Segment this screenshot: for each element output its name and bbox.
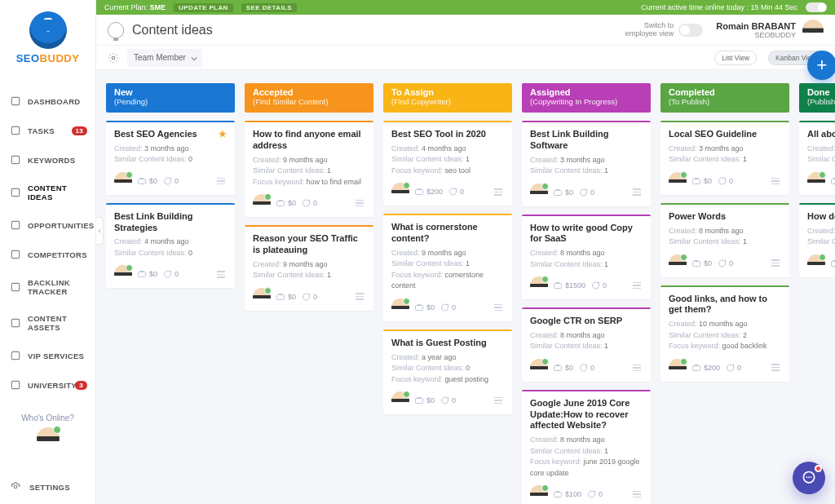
page-title: Content ideas <box>132 23 213 38</box>
logo[interactable]: SEOBUDDY <box>0 0 95 71</box>
card[interactable]: Best Link Building StrategiesCreated: 4 … <box>106 203 235 289</box>
card-avatar[interactable] <box>669 359 687 377</box>
sidebar-item-vip-services[interactable]: VIP SERVICES <box>3 342 92 369</box>
card[interactable]: All about "SponsorcCreated: 8Similar Con… <box>799 121 835 195</box>
sidebar-item-settings[interactable]: SETTINGS <box>0 470 95 504</box>
column-header[interactable]: Accepted(Find Similar Content) <box>245 83 373 113</box>
card-menu-icon[interactable] <box>354 291 365 302</box>
column-header[interactable]: To Assign(Find Copywriter) <box>383 83 512 113</box>
card-menu-icon[interactable] <box>770 362 781 373</box>
sidebar-item-university[interactable]: UNIVERSITY3 <box>3 371 92 399</box>
card-menu-icon[interactable] <box>215 176 227 187</box>
card-avatar[interactable] <box>391 391 409 409</box>
card[interactable]: What is Guest PostingCreated: a year ago… <box>383 329 512 414</box>
kanban-board[interactable]: ‹ New(Pending)Best SEO Agencies★Created:… <box>96 70 835 504</box>
gear-icon[interactable] <box>108 52 119 64</box>
card-menu-icon[interactable] <box>770 176 781 187</box>
card[interactable]: Local SEO GuidelineCreated: 3 months ago… <box>660 121 789 195</box>
card-price: $1500 <box>553 281 585 290</box>
card[interactable]: Best Link Building SoftwareCreated: 3 mo… <box>522 121 651 206</box>
sidebar-item-opportunities[interactable]: OPPORTUNITIES <box>3 211 92 239</box>
card-avatar[interactable] <box>530 359 548 377</box>
user-avatar[interactable] <box>802 20 824 41</box>
svg-point-30 <box>808 476 810 478</box>
card[interactable]: Google June 2019 Core Update:How to reco… <box>522 390 651 504</box>
trophy-icon <box>10 249 21 260</box>
user-block[interactable]: Romain BRABANT SEOBUDDY <box>716 21 796 39</box>
card[interactable]: How to find anyone email addressCreated:… <box>245 121 373 217</box>
nav-label: KEYWORDS <box>28 156 75 165</box>
nav-label: DASHBOARD <box>28 97 80 106</box>
toolbar: Team Member List View Kanban View + <box>96 46 835 70</box>
svg-rect-8 <box>11 351 19 359</box>
card-comments: 0 <box>578 188 594 197</box>
card[interactable]: Best SEO Agencies★Created: 3 months agoS… <box>106 121 235 195</box>
card[interactable]: Good links, and how to get them?Created:… <box>660 285 789 382</box>
sidebar-item-tasks[interactable]: TASKS13 <box>3 117 92 144</box>
sidebar-item-content-assets[interactable]: CONTENT ASSETS <box>3 306 92 340</box>
online-user-avatar[interactable] <box>37 427 60 450</box>
card-avatar[interactable] <box>253 288 271 306</box>
card-avatar[interactable] <box>669 254 687 272</box>
card-avatar[interactable] <box>114 265 132 283</box>
card-title: How do w SeoBudd; <box>807 211 835 223</box>
sidebar-item-dashboard[interactable]: DASHBOARD <box>3 87 92 115</box>
column-header[interactable]: Done(Published <box>799 83 835 113</box>
card-menu-icon[interactable] <box>215 269 227 280</box>
sidebar-item-competitors[interactable]: COMPETITORS <box>3 241 92 268</box>
update-plan-button[interactable]: UPDATE PLAN <box>174 3 233 12</box>
chat-button[interactable] <box>793 462 825 494</box>
card-menu-icon[interactable] <box>631 363 643 374</box>
bulb-icon <box>108 22 124 38</box>
card-menu-icon[interactable] <box>493 303 504 313</box>
card-avatar[interactable] <box>114 172 132 190</box>
card-avatar[interactable] <box>530 183 548 201</box>
card-avatar[interactable] <box>253 194 271 212</box>
card-price: $0 <box>553 188 573 197</box>
add-button[interactable]: + <box>807 51 835 80</box>
card[interactable]: How do w SeoBudd;Created: aSimilar Conte… <box>799 203 835 277</box>
team-member-select[interactable]: Team Member <box>127 49 202 67</box>
logo-mark <box>29 11 67 49</box>
card[interactable]: Reason your SEO Traffic is plateauingCre… <box>245 225 373 311</box>
nav-label: VIP SERVICES <box>28 351 84 360</box>
card-avatar[interactable] <box>530 485 548 503</box>
employee-view-toggle[interactable] <box>678 24 703 37</box>
card-price: $200 <box>691 363 720 373</box>
active-time-toggle[interactable] <box>806 2 827 12</box>
card[interactable]: Google CTR on SERPCreated: 8 months agoS… <box>522 307 651 382</box>
card[interactable]: Power WordsCreated: 8 months agoSimilar … <box>660 203 789 277</box>
column-accepted: Accepted(Find Similar Content)How to fin… <box>245 83 373 311</box>
sidebar-item-backlink-tracker[interactable]: BACKLINK TRACKER <box>3 270 92 304</box>
card[interactable]: What is cornerstone content?Created: 9 m… <box>383 214 512 321</box>
card-avatar[interactable] <box>530 276 548 294</box>
card-menu-icon[interactable] <box>493 187 504 197</box>
nav-label: CONTENT IDEAS <box>28 183 86 201</box>
sidebar-item-keywords[interactable]: KEYWORDS <box>3 146 92 174</box>
svg-rect-9 <box>11 381 19 388</box>
card-menu-icon[interactable] <box>354 198 365 209</box>
card-menu-icon[interactable] <box>631 281 643 291</box>
card-avatar[interactable] <box>807 172 825 190</box>
card-avatar[interactable] <box>669 172 687 190</box>
card-menu-icon[interactable] <box>631 489 643 500</box>
card-comments: 0 <box>440 396 456 405</box>
card-avatar[interactable] <box>391 183 409 201</box>
sidebar-item-content-ideas[interactable]: CONTENT IDEAS <box>3 175 92 210</box>
list-view-button[interactable]: List View <box>714 51 757 65</box>
chat-notification-dot <box>815 465 822 472</box>
card-title: How to find anyone email address <box>253 129 365 152</box>
collapse-sidebar-handle[interactable]: ‹ <box>96 217 104 245</box>
card[interactable]: How to write good Copy for SaaSCreated: … <box>522 214 651 300</box>
card-avatar[interactable] <box>807 254 825 272</box>
column-header[interactable]: Assigned(Copywriting In Progress) <box>522 83 651 113</box>
card[interactable]: Best SEO Tool in 2020Created: 4 months a… <box>383 121 512 206</box>
card-menu-icon[interactable] <box>493 396 504 406</box>
column-header[interactable]: Completed(To Publish) <box>660 83 789 113</box>
card-menu-icon[interactable] <box>770 258 781 268</box>
card-avatar[interactable] <box>391 298 409 316</box>
see-details-button[interactable]: SEE DETAILS <box>241 3 297 12</box>
column-header[interactable]: New(Pending) <box>106 83 235 113</box>
card-menu-icon[interactable] <box>631 187 643 197</box>
check-icon <box>10 125 21 136</box>
